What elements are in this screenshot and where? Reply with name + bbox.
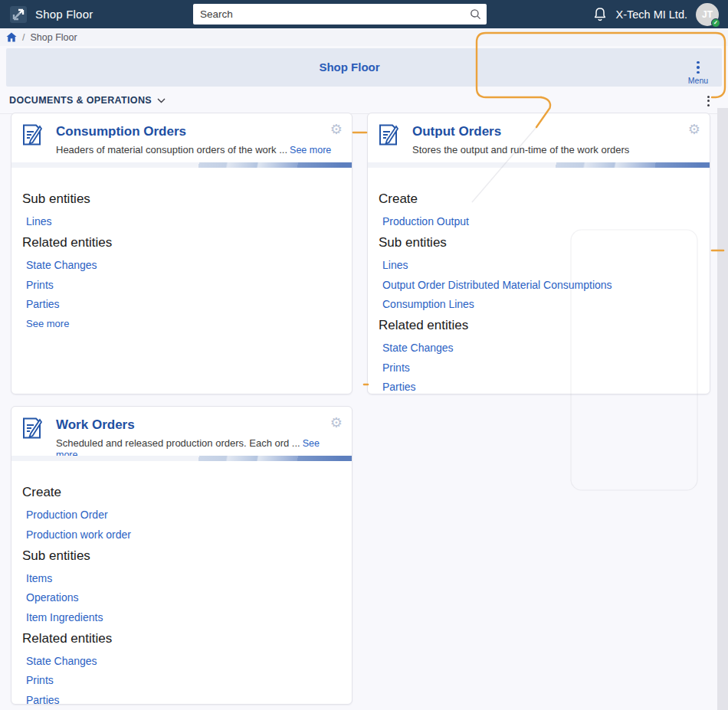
card-description: Headers of material consuption orders of… — [56, 144, 341, 155]
entity-link[interactable]: Operations — [26, 591, 338, 604]
entity-link[interactable]: Item Ingredients — [26, 611, 338, 623]
card-stripe — [11, 162, 352, 168]
section-heading: Create — [22, 485, 338, 500]
section-title[interactable]: DOCUMENTS & OPERATIONS — [9, 95, 152, 106]
gear-icon[interactable]: ⚙ — [330, 416, 343, 430]
entity-link[interactable]: Lines — [26, 215, 338, 227]
notifications-bell-icon[interactable] — [592, 6, 608, 22]
avatar-initials: JT — [702, 9, 713, 20]
section-heading: Sub entities — [22, 548, 338, 564]
section-options-icon[interactable] — [707, 94, 710, 108]
home-icon[interactable] — [6, 32, 17, 42]
section-header-row: DOCUMENTS & OPERATIONS — [0, 92, 728, 109]
entity-link[interactable]: Production work order — [26, 528, 338, 541]
document-edit-icon — [378, 123, 399, 148]
kebab-vertical-icon — [697, 61, 700, 74]
entity-link[interactable]: State Changes — [26, 655, 338, 667]
avatar[interactable]: JT ✓ — [696, 3, 719, 26]
entity-link[interactable]: State Changes — [26, 259, 338, 271]
card-work-orders: Work Orders Scheduled and released produ… — [11, 406, 353, 705]
breadcrumb-current[interactable]: Shop Floor — [30, 32, 77, 43]
document-edit-icon — [21, 123, 43, 148]
section-heading: Sub entities — [379, 235, 696, 250]
entity-link[interactable]: Parties — [382, 381, 696, 393]
section-heading: Related entities — [22, 631, 338, 646]
card-description: Stores the output and run-time of the wo… — [412, 144, 699, 155]
card-consumption-orders: Consumption Orders Headers of material c… — [11, 113, 353, 394]
see-more-link[interactable]: See more — [290, 145, 331, 155]
card-header: Consumption Orders Headers of material c… — [11, 113, 352, 168]
search-input[interactable] — [193, 4, 487, 25]
entity-link[interactable]: Prints — [26, 674, 338, 686]
page-header-band: Shop Floor Menu — [6, 48, 722, 87]
app-logo-icon[interactable] — [9, 5, 28, 24]
section-heading: Sub entities — [22, 191, 338, 207]
card-title[interactable]: Consumption Orders — [56, 123, 341, 140]
entity-link[interactable]: Parties — [26, 298, 338, 310]
card-title[interactable]: Work Orders — [56, 417, 341, 434]
gear-icon[interactable]: ⚙ — [688, 123, 700, 136]
menu-button[interactable]: Menu — [685, 53, 711, 85]
card-header: Output Orders Stores the output and run-… — [368, 113, 710, 168]
section-heading: Related entities — [379, 318, 696, 333]
card-sections: CreateProduction OrderProduction work or… — [11, 485, 352, 705]
gear-icon[interactable]: ⚙ — [330, 123, 343, 136]
page-title: Shop Floor — [6, 48, 722, 87]
entity-link[interactable]: Consumption Lines — [382, 298, 696, 310]
breadcrumb: / Shop Floor — [0, 28, 728, 46]
entity-link[interactable]: Prints — [382, 362, 696, 374]
section-heading: Related entities — [22, 235, 338, 250]
status-check-icon: ✓ — [711, 18, 720, 28]
entity-link[interactable]: Lines — [382, 259, 696, 271]
entity-link[interactable]: Parties — [26, 694, 338, 705]
card-output-orders: Output Orders Stores the output and run-… — [367, 113, 710, 394]
organization-name[interactable]: X-Tech MI Ltd. — [616, 8, 687, 21]
cards-grid: Consumption Orders Headers of material c… — [11, 113, 710, 705]
menu-button-label: Menu — [685, 76, 711, 85]
app-title: Shop Floor — [35, 8, 93, 21]
card-sections: CreateProduction OutputSub entitiesLines… — [368, 191, 710, 394]
document-edit-icon — [21, 417, 43, 441]
see-more-link[interactable]: See more — [26, 318, 338, 329]
card-stripe — [11, 456, 352, 461]
entity-link[interactable]: Items — [26, 572, 338, 584]
entity-link[interactable]: Production Order — [26, 509, 338, 521]
search-container — [193, 4, 487, 25]
scrollbar-track[interactable] — [717, 108, 728, 710]
top-bar: Shop Floor X-Tech MI Ltd. JT ✓ — [0, 0, 728, 28]
entity-link[interactable]: State Changes — [382, 342, 696, 354]
card-title[interactable]: Output Orders — [412, 123, 699, 140]
chevron-down-icon[interactable] — [157, 98, 166, 103]
entity-link[interactable]: Production Output — [382, 215, 696, 227]
entity-link[interactable]: Prints — [26, 279, 338, 291]
card-header: Work Orders Scheduled and released produ… — [11, 407, 352, 461]
card-sections: Sub entitiesLinesRelated entitiesState C… — [11, 191, 352, 329]
breadcrumb-separator: / — [22, 32, 25, 43]
section-heading: Create — [379, 191, 696, 207]
card-stripe — [368, 162, 710, 168]
search-icon[interactable] — [470, 8, 481, 20]
entity-link[interactable]: Output Order Distributed Material Consum… — [382, 279, 696, 291]
